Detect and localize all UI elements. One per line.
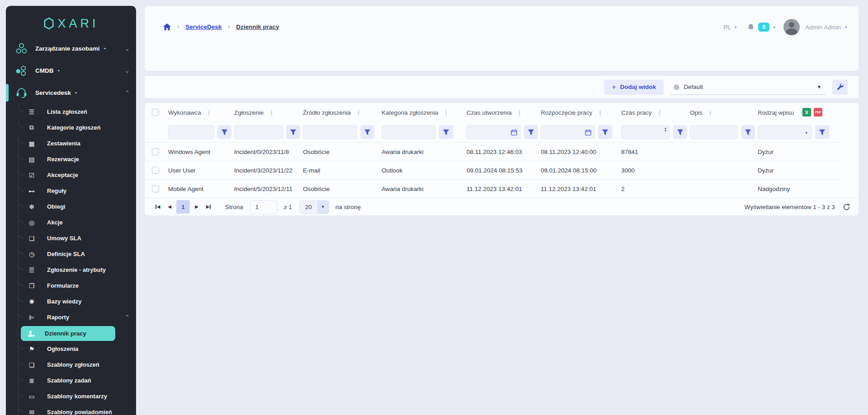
filter-button-zgloszenie[interactable] (286, 125, 300, 139)
filter-input[interactable] (169, 126, 214, 139)
filter-input[interactable] (622, 126, 670, 139)
column-menu-icon[interactable]: ⋮ (657, 109, 663, 116)
chevron-up-icon[interactable]: ⌃ (125, 316, 130, 319)
column-header-czas-pracy[interactable]: Czas pracy⋮ (618, 109, 687, 116)
column-menu-icon[interactable]: ⋮ (597, 109, 603, 116)
sidebar-item-servicedesk[interactable]: Servicedesk◔⌃ (6, 82, 136, 104)
column-header-kategoria-zgloszenia[interactable]: Kategoria zgłoszenia⋮ (379, 109, 464, 116)
sidebar-item-akcje[interactable]: ◎Akcje (6, 214, 136, 230)
column-header-zrodlo-zgloszenia[interactable]: Źródło zgłoszenia⋮ (300, 109, 379, 116)
filter-input[interactable] (758, 126, 811, 139)
user-menu[interactable]: Admin Admin (805, 24, 841, 31)
page-number-input[interactable] (250, 200, 278, 214)
column-header-rozpoczecie-pracy[interactable]: Rozpoczęcie pracy⋮ (538, 109, 618, 116)
language-selector[interactable]: PL (723, 24, 731, 31)
sidebar-item-lista-zgloszen[interactable]: ☰Lista zgłoszeń (6, 104, 136, 120)
sidebar-item-zarzadzanie-zasobami[interactable]: Zarządzanie zasobami◔⌄ (6, 37, 136, 60)
sidebar-nav: Zarządzanie zasobami◔⌄CMDB◔⌄Servicedesk◔… (6, 37, 136, 415)
column-menu-icon[interactable]: ⋮ (443, 109, 449, 116)
next-page-button[interactable]: ▶ (191, 201, 203, 213)
sidebar-item-formularze[interactable]: ❐Formularze (6, 278, 136, 294)
comment-icon: ▭ (27, 393, 36, 400)
sidebar-item-dziennik-pracy[interactable]: Dziennik pracy (21, 326, 115, 341)
chevron-down-icon[interactable]: ▾ (844, 25, 847, 29)
breadcrumb-dziennik-pracy[interactable]: Dziennik pracy (236, 23, 279, 30)
sidebar-item-cmdb[interactable]: CMDB◔⌄ (6, 60, 136, 82)
sidebar-item-definicje-sla[interactable]: ◷Definicje SLA (6, 246, 136, 262)
filter-button-rodzaj-wpisu[interactable] (815, 125, 829, 139)
sidebar-item-umowy-sla[interactable]: ❏Umowy SLA (6, 230, 136, 246)
reports-icon: ⊫ (27, 314, 36, 321)
chevron-up-icon[interactable]: ⌃ (125, 91, 130, 95)
view-selector[interactable]: ◎ Default ▼ (670, 79, 826, 95)
column-menu-icon[interactable]: ⋮ (517, 109, 523, 116)
row-checkbox[interactable] (152, 185, 159, 192)
filter-input[interactable] (690, 126, 737, 139)
page-1-button[interactable]: 1 (176, 200, 190, 214)
sidebar-item-szablony-zgloszen[interactable]: ❏Szablony zgłoszeń (6, 357, 136, 373)
number-spinner[interactable]: ▴▾ (665, 127, 666, 132)
calendar-icon[interactable] (511, 129, 517, 137)
sidebar-item-szablony-powiadomien[interactable]: ✉Szablony powiadomień (6, 404, 136, 415)
sidebar-item-reguly[interactable]: ⊷Reguły (6, 183, 136, 199)
chevron-down-icon[interactable]: ▾ (805, 131, 807, 135)
export-excel-icon[interactable]: X (802, 108, 811, 117)
filter-button-rozpoczecie-pracy[interactable] (598, 125, 612, 139)
column-menu-icon[interactable]: ⋮ (269, 109, 274, 116)
select-all-checkbox[interactable] (152, 109, 159, 116)
filter-button-opis[interactable] (741, 125, 755, 139)
row-checkbox[interactable] (152, 167, 159, 174)
sidebar-item-bazy-wiedzy[interactable]: ✺Bazy wiedzy (6, 294, 136, 309)
first-page-button[interactable]: ◀ (152, 201, 164, 213)
sidebar-item-zgloszenie-atrybuty[interactable]: ☰Zgłoszenie - atrybuty (6, 262, 136, 278)
table-row[interactable]: Windows AgentIncident/0/2023/11/8Osobiśc… (145, 142, 842, 161)
chevron-down-icon[interactable]: ⌄ (125, 69, 130, 73)
filter-input[interactable] (303, 126, 357, 139)
filter-button-czas-pracy[interactable] (673, 125, 687, 139)
filter-button-czas-utworzenia[interactable] (524, 125, 538, 139)
column-menu-icon[interactable]: ⋮ (708, 109, 713, 116)
sidebar-item-kategorie-zgloszen[interactable]: ⧉Kategorie zgłoszeń (6, 120, 136, 135)
bell-icon[interactable] (747, 23, 755, 31)
calendar-icon[interactable] (585, 129, 591, 137)
export-pdf-icon[interactable]: PDF (814, 108, 822, 117)
column-header-czas-utworzenia[interactable]: Czas utworzenia⋮ (464, 109, 538, 116)
table-row[interactable]: Mobile AgentIncident/5/2023/12/11Osobiśc… (145, 179, 842, 198)
sidebar-item-szablony-komentarzy[interactable]: ▭Szablony komentarzy (6, 388, 136, 404)
sidebar-item-zestawienia[interactable]: ▦Zestawienia (6, 135, 136, 151)
column-header-rodzaj-wpisu[interactable]: Rodzaj wpisu⋮ (755, 109, 842, 116)
sidebar-item-rezerwacje[interactable]: ▤Rezerwacje (6, 151, 136, 167)
filter-input[interactable] (235, 126, 283, 139)
page-size-selector[interactable]: 20 ▼ (299, 200, 329, 214)
sidebar-item-szablony-zadan[interactable]: ≣Szablony zadań (6, 373, 136, 388)
last-page-button[interactable]: ▶ (203, 201, 214, 213)
cell-wykonawca: Windows Agent (165, 149, 231, 155)
sidebar-item-obiegi[interactable]: ✻Obiegi (6, 199, 136, 214)
sidebar-item-ogloszenia[interactable]: ⚑Ogłoszenia (6, 341, 136, 357)
column-header-zgloszenie[interactable]: Zgłoszenie⋮ (231, 109, 300, 116)
chevron-down-icon[interactable]: ⌄ (125, 47, 130, 51)
home-icon[interactable] (163, 23, 171, 30)
column-header-opis[interactable]: Opis⋮ (687, 109, 755, 116)
previous-page-button[interactable]: ◀ (164, 201, 175, 213)
chevron-down-icon[interactable]: ▾ (773, 25, 775, 29)
column-menu-icon[interactable]: ⋮ (206, 109, 212, 116)
avatar[interactable] (783, 19, 800, 35)
sidebar-item-label: Obiegi (47, 203, 65, 210)
filter-input[interactable] (382, 126, 435, 139)
sidebar-item-akceptacje[interactable]: ☑Akceptacje (6, 167, 136, 183)
sidebar-item-raporty[interactable]: ⊫Raporty⌃ (6, 309, 136, 325)
filter-button-zrodlo-zgloszenia[interactable] (360, 125, 374, 139)
table-settings-button[interactable] (832, 79, 848, 95)
add-view-button[interactable]: + Dodaj widok (604, 79, 664, 95)
filter-button-wykonawca[interactable] (217, 125, 231, 139)
table-row[interactable]: User UserIncident/3/2023/11/22E-mailOutl… (145, 161, 842, 179)
row-checkbox[interactable] (152, 148, 159, 155)
column-header-wykonawca[interactable]: Wykonawca⋮ (165, 109, 231, 116)
breadcrumb-servicedesk[interactable]: ServiceDesk (185, 23, 222, 30)
column-menu-icon[interactable]: ⋮ (356, 109, 362, 116)
filter-button-kategoria-zgloszenia[interactable] (439, 125, 453, 139)
refresh-icon[interactable] (843, 203, 850, 211)
cell-rodzaj-wpisu: Dyżur (755, 149, 842, 155)
chevron-down-icon[interactable]: ▾ (735, 25, 737, 29)
